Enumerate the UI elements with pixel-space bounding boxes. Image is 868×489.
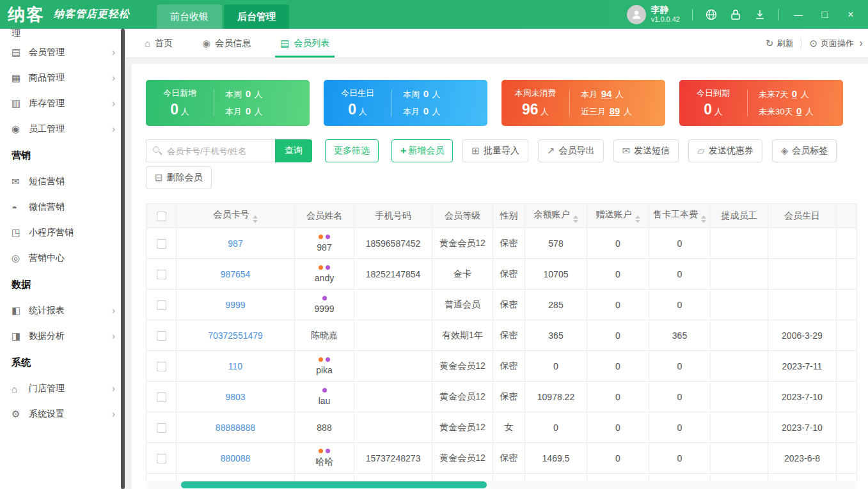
maximize-button[interactable]: □	[817, 9, 832, 20]
member-card-link[interactable]: 987	[228, 238, 242, 249]
sidebar-item-label: 小程序营销	[29, 227, 74, 238]
sidebar-item-label: 短信营销	[29, 176, 65, 187]
stat-card-rows: 本周 0 人本月 0 人	[214, 88, 310, 118]
row-checkbox[interactable]	[157, 239, 166, 249]
chevron-right-icon[interactable]: ›	[859, 36, 863, 50]
member-table: 会员卡号会员姓名手机号码会员等级性别余额账户赠送账户售卡工本费提成员工会员生日 …	[146, 203, 857, 481]
row-checkbox[interactable]	[157, 454, 166, 463]
tab-home[interactable]: ⌂首页	[145, 29, 173, 58]
sidebar-item-store-management[interactable]: ⌂门店管理›	[0, 376, 125, 401]
table-row: 70372551479陈晓嘉有效期1年保密36503652006-3-29	[146, 320, 857, 351]
sort-icon[interactable]	[253, 215, 258, 223]
sidebar-item-staff-management[interactable]: ◉员工管理›	[0, 116, 125, 142]
minimize-button[interactable]: —	[791, 10, 805, 20]
tab-member-info[interactable]: ◉会员信息	[202, 29, 251, 58]
delete-member-label: 删除会员	[167, 172, 203, 183]
stat-card-row[interactable]: 未来7天 0 人	[759, 88, 843, 100]
sidebar-item-sms-marketing[interactable]: ✉短信营销	[0, 169, 125, 194]
add-member-button[interactable]: + 新增会员	[391, 139, 453, 162]
stat-card-row[interactable]: 未来30天 0 人	[759, 105, 843, 118]
sidebar-item-marketing-center[interactable]: ◎营销中心	[0, 245, 125, 271]
stat-card-no-consume-week[interactable]: 本周未消费96 人本月 94 人近三月 89 人	[501, 80, 665, 126]
sidebar-item-product-management[interactable]: ▦商品管理›	[0, 65, 125, 91]
send-coupon-button[interactable]: ▱发送优惠券	[688, 139, 762, 162]
member-card-link[interactable]: 88888888	[216, 423, 255, 433]
download-icon[interactable]	[754, 8, 766, 21]
sidebar-item-inventory-management[interactable]: ▥库存管理›	[0, 91, 125, 116]
horizontal-scrollbar[interactable]	[146, 481, 856, 489]
row-checkbox[interactable]	[157, 300, 166, 310]
search-input[interactable]	[146, 139, 275, 162]
page-operations-button[interactable]: ⊙ 页面操作	[809, 38, 854, 49]
member-card-link[interactable]: 70372551479	[208, 330, 263, 341]
trash-icon: ⊟	[155, 172, 163, 183]
member-tag-button[interactable]: ◈会员标签	[772, 139, 837, 162]
member-card-link[interactable]: 110	[228, 361, 242, 371]
column-header-label: 性别	[500, 210, 518, 221]
row-checkbox[interactable]	[157, 392, 166, 402]
row-checkbox[interactable]	[157, 270, 166, 279]
stat-card-birthday-today[interactable]: 今日生日0 人本周 0 人本月 0 人	[324, 80, 487, 126]
lock-icon[interactable]	[730, 8, 741, 21]
sidebar-scrollbar[interactable]	[121, 29, 125, 489]
gift-cell: 0	[587, 412, 649, 443]
refresh-button[interactable]: ↻ 刷新	[766, 38, 794, 49]
sidebar-item-label: 系统设置	[29, 408, 65, 420]
member-card-link[interactable]: 987654	[221, 269, 251, 279]
sort-icon[interactable]	[701, 215, 706, 223]
sidebar-item-label: 会员管理	[29, 47, 65, 58]
partial-cell	[837, 351, 857, 382]
sidebar-scrollbar-thumb[interactable]	[121, 29, 125, 489]
chevron-right-icon: ›	[112, 330, 115, 342]
stat-card-row[interactable]: 近三月 89 人	[581, 105, 665, 118]
sort-icon[interactable]	[573, 215, 578, 223]
horizontal-scrollbar-thumb[interactable]	[181, 481, 487, 488]
gift-cell: 0	[587, 290, 649, 320]
member-card-link[interactable]: 880088	[221, 453, 251, 463]
sidebar-item-miniapp-marketing[interactable]: ◳小程序营销	[0, 220, 125, 245]
stat-card-row[interactable]: 本月 94 人	[581, 88, 665, 100]
sidebar-item-wechat-marketing[interactable]: ◓微信营销	[0, 194, 125, 220]
sidebar-item-data-analysis[interactable]: ◨数据分析›	[0, 323, 125, 349]
row-checkbox[interactable]	[157, 423, 166, 433]
topbar-nav-tabs: 前台收银后台管理	[157, 0, 291, 29]
gender-cell: 保密	[493, 382, 525, 412]
wechat-icon: ◓	[12, 202, 26, 213]
page-operations-label: 页面操作	[821, 38, 854, 49]
stat-card-new-today[interactable]: 今日新增0 人本周 0 人本月 0 人	[146, 80, 310, 126]
column-header-level: 会员等级	[432, 204, 493, 228]
stat-card-title: 今日新增	[146, 88, 214, 99]
row-checkbox[interactable]	[157, 362, 166, 371]
more-filter-button[interactable]: 更多筛选	[325, 139, 379, 162]
list-icon: ▤	[280, 38, 289, 49]
stat-card-expire-today[interactable]: 今日到期0 人未来7天 0 人未来30天 0 人	[679, 80, 843, 126]
member-tags	[295, 235, 354, 239]
nav-tab-front-cashier[interactable]: 前台收银	[157, 4, 222, 29]
globe-icon[interactable]	[705, 8, 718, 21]
sort-icon[interactable]	[635, 215, 640, 223]
sidebar-item-system-settings[interactable]: ⚙系统设置›	[0, 401, 125, 427]
member-card-link[interactable]: 9803	[225, 392, 245, 402]
delete-member-button[interactable]: ⊟ 删除会员	[146, 166, 212, 189]
staff-cell	[711, 228, 768, 259]
select-all-checkbox[interactable]	[157, 212, 166, 221]
gender-cell: 女	[493, 412, 525, 443]
sidebar-item-member-management[interactable]: ▤会员管理›	[0, 40, 125, 65]
sidebar-item-statistics-report[interactable]: ◧统计报表›	[0, 298, 125, 323]
tab-member-list[interactable]: ▤会员列表	[280, 29, 329, 58]
app-logo: 纳客	[8, 3, 45, 26]
close-button[interactable]: ×	[844, 9, 858, 20]
row-checkbox[interactable]	[157, 331, 166, 341]
fee-cell: 0	[649, 351, 711, 382]
export-member-button[interactable]: ↗会员导出	[538, 139, 604, 162]
query-button[interactable]: 查询	[275, 139, 312, 162]
gift-cell: 0	[587, 320, 649, 351]
nav-tab-backend-admin[interactable]: 后台管理	[224, 4, 289, 29]
column-header-balance: 余额账户	[525, 204, 587, 228]
checkbox-cell	[146, 382, 177, 412]
member-tags	[295, 449, 354, 453]
batch-import-button[interactable]: ⊞批量导入	[462, 139, 528, 162]
member-card-link[interactable]: 9999	[225, 300, 245, 310]
send-sms-button[interactable]: ✉发送短信	[613, 139, 679, 162]
avatar[interactable]	[627, 5, 646, 24]
